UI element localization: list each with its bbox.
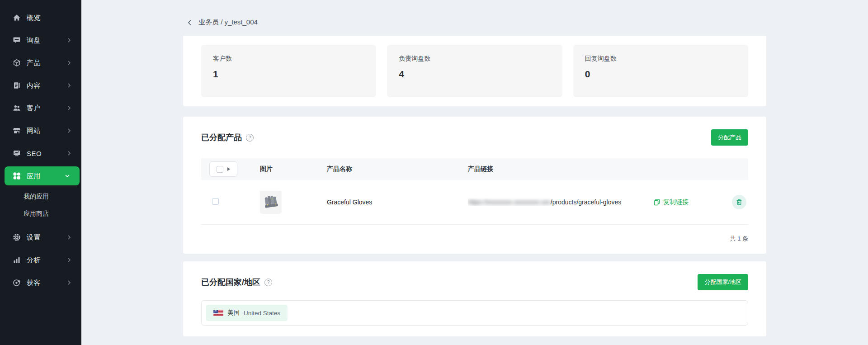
country-list-box: 美国 United States <box>201 300 748 326</box>
chevron-right-icon <box>66 150 72 156</box>
sidebar-spacer <box>0 223 81 228</box>
sidebar-item-settings[interactable]: 设置 <box>0 228 81 247</box>
analytics-bars-icon <box>13 256 21 264</box>
chevron-right-icon <box>66 279 72 286</box>
assigned-countries-card: 已分配国家/地区 ? 分配国家/地区 美国 United States <box>183 261 766 336</box>
sidebar-subitem-app-store[interactable]: 应用商店 <box>0 206 81 222</box>
chevron-right-icon <box>66 234 72 241</box>
stats-card: 客户数 1 负责询盘数 4 回复询盘数 0 <box>183 36 766 106</box>
website-store-icon <box>13 127 21 135</box>
sidebar-subitem-my-apps[interactable]: 我的应用 <box>0 189 81 204</box>
sidebar-item-label: SEO <box>27 150 66 157</box>
copy-link-button[interactable]: 复制链接 <box>653 198 689 206</box>
inquiry-chat-icon <box>13 36 21 44</box>
section-title-countries: 已分配国家/地区 <box>201 277 260 288</box>
sidebar-subitem-label: 应用商店 <box>24 210 49 218</box>
trash-icon <box>736 198 743 206</box>
table-header: 图片 产品名称 产品链接 <box>201 158 748 180</box>
column-header-image: 图片 <box>260 165 327 173</box>
assign-product-button[interactable]: 分配产品 <box>711 129 748 146</box>
content-doc-icon <box>13 81 21 90</box>
sidebar-item-label: 设置 <box>27 233 66 242</box>
sidebar-item-label: 应用 <box>27 172 64 180</box>
country-tag-united-states[interactable]: 美国 United States <box>206 305 288 321</box>
country-name-en: United States <box>244 310 280 317</box>
dropdown-arrow-icon <box>227 167 230 171</box>
sidebar-item-label: 概览 <box>27 14 72 22</box>
product-thumbnail <box>260 207 282 214</box>
product-link: https://xxxxxxxx.xxxxxxxx.xxx/products/g… <box>468 198 653 206</box>
home-icon <box>13 14 21 22</box>
copy-icon <box>653 198 660 206</box>
settings-gear-icon <box>13 233 21 241</box>
section-title-products: 已分配产品 <box>201 132 242 143</box>
sidebar-item-label: 产品 <box>27 59 66 67</box>
us-flag-icon <box>213 310 223 317</box>
help-icon[interactable]: ? <box>246 134 254 142</box>
sidebar-item-label: 客户 <box>27 104 66 113</box>
column-header-link: 产品链接 <box>468 165 653 173</box>
stat-value: 1 <box>213 69 364 80</box>
sidebar-item-overview[interactable]: 概览 <box>0 8 81 27</box>
stat-inquiries-owned: 负责询盘数 4 <box>387 45 562 97</box>
stat-label: 回复询盘数 <box>585 55 736 63</box>
sidebar-item-label: 获客 <box>27 279 66 287</box>
select-all-dropdown[interactable] <box>209 161 237 177</box>
sidebar-item-content[interactable]: 内容 <box>0 76 81 95</box>
stat-value: 0 <box>585 69 736 80</box>
breadcrumb-path[interactable]: 业务员 / y_test_004 <box>198 18 258 27</box>
customers-people-icon <box>13 104 21 112</box>
chevron-right-icon <box>66 128 72 134</box>
back-arrow-icon[interactable] <box>186 19 194 27</box>
assigned-products-card: 已分配产品 ? 分配产品 图片 产品名称 产品链接 <box>183 117 766 254</box>
sidebar: 概览 询盘 产品 内容 客户 网站 SEO <box>0 0 81 345</box>
chevron-right-icon <box>66 105 72 111</box>
sidebar-item-website[interactable]: 网站 <box>0 121 81 140</box>
chevron-right-icon <box>66 37 72 43</box>
pagination-total: 共 1 条 <box>201 235 748 243</box>
assign-country-button[interactable]: 分配国家/地区 <box>698 274 748 290</box>
sidebar-item-products[interactable]: 产品 <box>0 53 81 72</box>
stat-value: 4 <box>399 69 550 80</box>
row-checkbox[interactable] <box>212 198 219 205</box>
product-cube-icon <box>13 59 21 67</box>
chevron-down-icon <box>64 173 71 179</box>
chevron-right-icon <box>66 82 72 89</box>
acquisition-target-icon <box>13 279 21 287</box>
column-header-name: 产品名称 <box>327 165 468 173</box>
sidebar-item-seo[interactable]: SEO <box>0 144 81 163</box>
select-all-checkbox[interactable] <box>217 166 223 173</box>
stat-label: 负责询盘数 <box>399 55 550 63</box>
sidebar-item-inquiries[interactable]: 询盘 <box>0 31 81 50</box>
sidebar-item-label: 内容 <box>27 81 66 90</box>
help-icon[interactable]: ? <box>264 279 272 286</box>
chevron-right-icon <box>66 60 72 66</box>
stat-label: 客户数 <box>213 55 364 63</box>
table-row: Graceful Gloves https://xxxxxxxx.xxxxxxx… <box>201 180 748 225</box>
sidebar-subitem-label: 我的应用 <box>24 193 49 201</box>
app-window: 概览 询盘 产品 内容 客户 网站 SEO <box>0 0 868 345</box>
sidebar-item-customers[interactable]: 客户 <box>0 99 81 118</box>
sidebar-item-analytics[interactable]: 分析 <box>0 250 81 269</box>
sidebar-item-apps[interactable]: 应用 <box>5 166 80 185</box>
apps-grid-icon <box>13 172 21 180</box>
product-link-blurred-part: https://xxxxxxxx.xxxxxxxx.xxx <box>468 198 551 206</box>
product-link-visible-part: /products/graceful-gloves <box>551 198 621 206</box>
stat-inquiries-replied: 回复询盘数 0 <box>573 45 748 97</box>
sidebar-item-label: 网站 <box>27 127 66 135</box>
seo-monitor-icon <box>13 149 21 157</box>
sidebar-item-acquisition[interactable]: 获客 <box>0 273 81 292</box>
country-name-cn: 美国 <box>227 309 240 317</box>
stat-customers: 客户数 1 <box>201 45 376 97</box>
chevron-right-icon <box>66 257 72 263</box>
product-name: Graceful Gloves <box>327 198 468 206</box>
sidebar-item-label: 分析 <box>27 256 66 265</box>
main-area: 业务员 / y_test_004 客户数 1 负责询盘数 4 回复询盘数 0 <box>81 0 868 345</box>
breadcrumb: 业务员 / y_test_004 <box>183 0 766 36</box>
delete-button[interactable] <box>732 195 746 209</box>
sidebar-item-label: 询盘 <box>27 36 66 45</box>
